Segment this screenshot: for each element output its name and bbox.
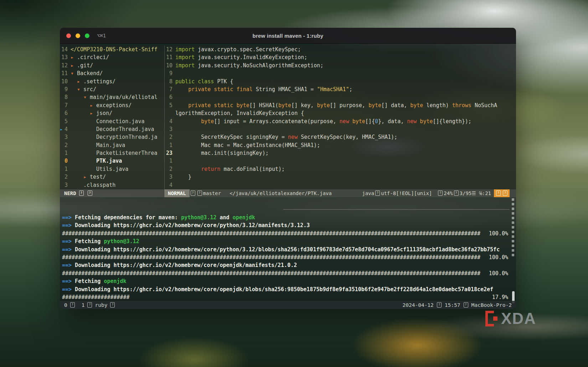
tree-label: src/	[83, 86, 96, 93]
code-line[interactable]: 4 byte[] input = Arrays.concatenate(purp…	[165, 117, 516, 125]
minimize-button[interactable]	[76, 33, 80, 38]
terminal-output-line: ==> Downloading https://ghcr.io/v2/homeb…	[62, 221, 514, 229]
tree-row[interactable]: 9▾ src/	[60, 85, 164, 93]
line-number: 12	[165, 46, 175, 53]
code-line[interactable]: 3	[165, 125, 516, 133]
tmux-statusbar: 0 1 ruby 2024-04-12 15:57 MacBook-Pro-2	[60, 301, 516, 309]
tree-row[interactable]: 7▸ exceptions/	[60, 101, 164, 109]
code-line[interactable]: 2 return mac.doFinal(input);	[165, 165, 516, 173]
terminal-output-line: ==> Downloading https://ghcr.io/v2/homeb…	[62, 246, 514, 253]
tmux-host: MacBook-Pro-2	[471, 302, 512, 308]
tree-row[interactable]: 8▾ main/java/uk/elliotal	[60, 93, 164, 101]
tree-row[interactable]: 12▸ .git/	[60, 62, 164, 69]
pane-divider	[283, 209, 510, 210]
code-line[interactable]: lgorithmException, InvalidKeyException {	[165, 109, 516, 117]
tree-label: .circleci/	[77, 54, 109, 61]
tree-label: main/java/uk/elliotal	[90, 94, 158, 100]
tree-row[interactable]: 3.classpath	[60, 181, 164, 189]
line-number: 13	[60, 53, 71, 61]
tree-row[interactable]: 13▸ .circleci/	[60, 53, 164, 61]
tree-row[interactable]: 6▸ json/	[60, 109, 164, 117]
tree-row[interactable]: 3DecryptionThread.ja	[60, 133, 164, 141]
tree-row[interactable]: 2Main.java	[60, 141, 164, 149]
line-number: 2	[60, 173, 71, 181]
filetype-label: java	[362, 189, 374, 197]
code-line[interactable]: 23 mac.init(signingKey);	[165, 149, 516, 157]
tree-label: Connection.java	[96, 118, 144, 125]
tree-row[interactable]: 1PacketListenerThrea	[60, 149, 164, 157]
tree-label: DecryptionThread.ja	[96, 134, 158, 140]
code-line[interactable]: 1 Mac mac = Mac.getInstance(HMAC_SHA1);	[165, 141, 516, 149]
tree-label: Utils.java	[96, 166, 128, 172]
tree-row[interactable]: 11▾ Backend/	[60, 69, 164, 77]
missing-glyph-icon	[79, 190, 84, 196]
code-line[interactable]: 3 }	[165, 173, 516, 181]
line-number: 8	[60, 93, 71, 101]
tree-label: Backend/	[77, 70, 103, 77]
tmux-window-1[interactable]: 1 ruby	[82, 302, 116, 308]
window-title: brew install maven - 1:ruby	[253, 33, 324, 39]
progress-bar: ########################################…	[62, 230, 480, 237]
line-number: 23	[165, 149, 175, 157]
tree-row[interactable]: 1Utils.java	[60, 165, 164, 173]
line-number: 4	[165, 181, 175, 189]
code-line[interactable]: 7 private static final String HMAC_SHA1 …	[165, 85, 516, 93]
tree-label: json/	[96, 110, 112, 116]
code-line[interactable]: 8public class PTK {	[165, 78, 516, 85]
sign-marker-icon: ▸	[60, 125, 63, 133]
line-number: 2	[60, 141, 71, 149]
code-line[interactable]: 5 private static byte[] HSHA1(byte[] key…	[165, 101, 516, 109]
scrollbar-mark	[512, 208, 514, 210]
tree-row[interactable]: 5Connection.java	[60, 117, 164, 125]
code-line[interactable]: 1	[165, 157, 516, 165]
progress-percent: 100.0%	[489, 253, 508, 261]
code-line[interactable]: 9	[165, 69, 516, 77]
statusline-badge	[494, 189, 510, 197]
git-branch-label: master	[203, 189, 221, 197]
code-line[interactable]: 6	[165, 93, 516, 101]
line-number: 9	[165, 69, 175, 77]
terminal-output-line: #####################17.9%	[62, 293, 514, 301]
zoom-button[interactable]	[85, 33, 89, 38]
brew-pane[interactable]: ==> Fetching dependencies for maven: pyt…	[62, 214, 514, 301]
code-line[interactable]: 2 SecretKeySpec signingKey = new SecretK…	[165, 133, 516, 141]
line-number: 2	[165, 133, 175, 141]
xda-bracket-shape	[485, 311, 494, 326]
vim-statusline: NERD NORMAL master </java/uk/elliotalexa…	[60, 189, 516, 197]
titlebar[interactable]: ⌥⌘1 brew install maven - 1:ruby	[60, 28, 516, 44]
git-branch-icon	[197, 190, 202, 196]
code-line[interactable]: 10import java.security.NoSuchAlgorithmEx…	[165, 62, 516, 69]
code-line[interactable]: 12import javax.crypto.spec.SecretKeySpec…	[165, 46, 516, 53]
tree-label: DecoderThread.java	[96, 126, 154, 132]
line-number: 5	[60, 117, 71, 125]
line-number: 2	[165, 165, 175, 173]
folder-arrow-icon: ▸	[71, 62, 77, 69]
tree-row[interactable]: 10▸ .settings/	[60, 78, 164, 85]
line-number: 5	[165, 101, 175, 109]
line-number: 0	[60, 157, 71, 165]
progress-bar: #####################	[62, 293, 130, 301]
tree-row[interactable]: 0PTK.java	[60, 157, 164, 165]
code-line[interactable]: 4	[165, 181, 516, 189]
terminal-output-line: ==> Downloading https://ghcr.io/v2/homeb…	[62, 285, 514, 293]
terminal-window: ⌥⌘1 brew install maven - 1:ruby 14</COMP…	[60, 28, 516, 309]
line-number: 12	[60, 62, 71, 69]
code-line[interactable]: 11import java.security.InvalidKeyExcepti…	[165, 53, 516, 61]
line-number: 3	[60, 133, 71, 141]
tree-label: exceptions/	[96, 102, 131, 109]
nerdtree-statusline: NERD	[60, 189, 164, 197]
folder-arrow-icon: ▸	[71, 54, 77, 61]
line-number: 3	[165, 125, 175, 133]
tree-label: PacketListenerThrea	[96, 150, 158, 156]
tmux-window-0[interactable]: 0	[64, 302, 76, 308]
progress-percent: 17.9%	[492, 293, 508, 301]
file-path-label: </java/uk/elliotalexander/PTK.java	[229, 189, 332, 197]
brew-output: ==> Fetching dependencies for maven: pyt…	[62, 214, 514, 301]
code-pane: 12import javax.crypto.spec.SecretKeySpec…	[164, 46, 516, 189]
tree-row[interactable]: ▸4DecoderThread.java	[60, 125, 164, 133]
tree-row[interactable]: 2▸ test/	[60, 173, 164, 181]
tree-row[interactable]: 14</COMP3210-DNS-Packet-Sniff	[60, 46, 164, 53]
terminal-output-line: ==> Downloading https://ghcr.io/v2/homeb…	[62, 261, 514, 269]
close-button[interactable]	[66, 33, 71, 38]
traffic-lights	[66, 28, 89, 44]
